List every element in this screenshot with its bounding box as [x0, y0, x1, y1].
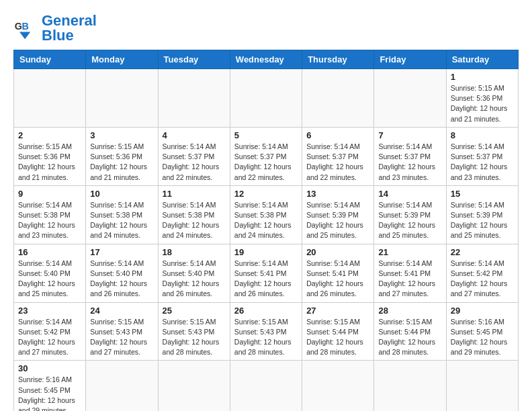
day-number: 3	[90, 130, 153, 140]
day-number: 20	[306, 247, 369, 257]
day-info: Sunrise: 5:14 AM Sunset: 5:37 PM Dayligh…	[163, 142, 226, 183]
calendar-cell: 22Sunrise: 5:14 AM Sunset: 5:42 PM Dayli…	[446, 244, 518, 302]
day-info: Sunrise: 5:15 AM Sunset: 5:43 PM Dayligh…	[234, 317, 298, 358]
day-number: 12	[234, 189, 298, 199]
day-info: Sunrise: 5:15 AM Sunset: 5:43 PM Dayligh…	[163, 317, 226, 358]
calendar-cell	[158, 361, 230, 411]
calendar-week-row: 2Sunrise: 5:15 AM Sunset: 5:36 PM Daylig…	[14, 127, 519, 185]
day-info: Sunrise: 5:14 AM Sunset: 5:39 PM Dayligh…	[306, 200, 369, 241]
calendar-cell	[374, 361, 446, 411]
day-number: 4	[163, 130, 226, 140]
day-number: 21	[378, 247, 441, 257]
calendar-cell: 12Sunrise: 5:14 AM Sunset: 5:38 PM Dayli…	[230, 185, 302, 244]
col-header-wednesday: Wednesday	[230, 50, 302, 69]
calendar-cell	[158, 69, 230, 128]
day-info: Sunrise: 5:14 AM Sunset: 5:38 PM Dayligh…	[234, 200, 298, 241]
calendar-cell: 26Sunrise: 5:15 AM Sunset: 5:43 PM Dayli…	[230, 302, 302, 361]
calendar-cell: 3Sunrise: 5:15 AM Sunset: 5:36 PM Daylig…	[86, 127, 158, 185]
calendar-cell	[230, 361, 302, 411]
day-info: Sunrise: 5:14 AM Sunset: 5:42 PM Dayligh…	[451, 259, 514, 300]
day-number: 22	[451, 247, 514, 257]
calendar-cell: 13Sunrise: 5:14 AM Sunset: 5:39 PM Dayli…	[302, 185, 374, 244]
day-number: 26	[234, 306, 298, 316]
day-number: 8	[451, 130, 514, 140]
day-info: Sunrise: 5:14 AM Sunset: 5:41 PM Dayligh…	[306, 259, 369, 300]
day-info: Sunrise: 5:14 AM Sunset: 5:39 PM Dayligh…	[378, 200, 441, 241]
day-number: 19	[234, 247, 298, 257]
day-number: 28	[378, 306, 441, 316]
day-number: 10	[90, 189, 153, 199]
day-number: 13	[306, 189, 369, 199]
day-info: Sunrise: 5:14 AM Sunset: 5:37 PM Dayligh…	[234, 142, 298, 183]
day-number: 30	[18, 363, 81, 373]
calendar-cell: 25Sunrise: 5:15 AM Sunset: 5:43 PM Dayli…	[158, 302, 230, 361]
day-info: Sunrise: 5:15 AM Sunset: 5:44 PM Dayligh…	[306, 317, 369, 358]
day-info: Sunrise: 5:14 AM Sunset: 5:40 PM Dayligh…	[18, 259, 81, 300]
day-info: Sunrise: 5:14 AM Sunset: 5:37 PM Dayligh…	[451, 142, 514, 183]
col-header-saturday: Saturday	[446, 50, 518, 69]
calendar-cell: 30Sunrise: 5:16 AM Sunset: 5:45 PM Dayli…	[14, 361, 86, 411]
calendar-cell: 6Sunrise: 5:14 AM Sunset: 5:37 PM Daylig…	[302, 127, 374, 185]
calendar-cell: 16Sunrise: 5:14 AM Sunset: 5:40 PM Dayli…	[14, 244, 86, 302]
calendar-cell: 29Sunrise: 5:16 AM Sunset: 5:45 PM Dayli…	[446, 302, 518, 361]
calendar-table: SundayMondayTuesdayWednesdayThursdayFrid…	[13, 50, 519, 411]
calendar-cell: 28Sunrise: 5:15 AM Sunset: 5:44 PM Dayli…	[374, 302, 446, 361]
col-header-tuesday: Tuesday	[158, 50, 230, 69]
calendar-header-row: SundayMondayTuesdayWednesdayThursdayFrid…	[14, 50, 519, 69]
logo-icon: G B	[13, 16, 38, 40]
col-header-monday: Monday	[86, 50, 158, 69]
calendar-cell: 24Sunrise: 5:15 AM Sunset: 5:43 PM Dayli…	[86, 302, 158, 361]
calendar-cell	[14, 69, 86, 128]
calendar-cell: 9Sunrise: 5:14 AM Sunset: 5:38 PM Daylig…	[14, 185, 86, 244]
calendar-week-row: 1Sunrise: 5:15 AM Sunset: 5:36 PM Daylig…	[14, 69, 519, 128]
col-header-friday: Friday	[374, 50, 446, 69]
day-number: 27	[306, 306, 369, 316]
calendar-body: 1Sunrise: 5:15 AM Sunset: 5:36 PM Daylig…	[14, 69, 519, 412]
svg-text:G: G	[15, 21, 22, 32]
calendar-cell	[374, 69, 446, 128]
day-number: 17	[90, 247, 153, 257]
calendar-week-row: 23Sunrise: 5:14 AM Sunset: 5:42 PM Dayli…	[14, 302, 519, 361]
day-number: 14	[378, 189, 441, 199]
calendar-cell: 2Sunrise: 5:15 AM Sunset: 5:36 PM Daylig…	[14, 127, 86, 185]
col-header-thursday: Thursday	[302, 50, 374, 69]
page-header: G B GeneralBlue	[13, 13, 519, 43]
day-number: 15	[451, 189, 514, 199]
calendar-cell: 17Sunrise: 5:14 AM Sunset: 5:40 PM Dayli…	[86, 244, 158, 302]
logo: G B GeneralBlue	[13, 13, 97, 43]
day-info: Sunrise: 5:15 AM Sunset: 5:43 PM Dayligh…	[90, 317, 153, 358]
logo-text: GeneralBlue	[42, 13, 97, 43]
calendar-cell: 5Sunrise: 5:14 AM Sunset: 5:37 PM Daylig…	[230, 127, 302, 185]
day-info: Sunrise: 5:14 AM Sunset: 5:41 PM Dayligh…	[378, 259, 441, 300]
svg-text:B: B	[22, 21, 29, 32]
calendar-cell: 20Sunrise: 5:14 AM Sunset: 5:41 PM Dayli…	[302, 244, 374, 302]
day-number: 6	[306, 130, 369, 140]
calendar-cell	[302, 69, 374, 128]
day-number: 18	[163, 247, 226, 257]
day-info: Sunrise: 5:15 AM Sunset: 5:44 PM Dayligh…	[378, 317, 441, 358]
calendar-cell: 7Sunrise: 5:14 AM Sunset: 5:37 PM Daylig…	[374, 127, 446, 185]
calendar-cell: 14Sunrise: 5:14 AM Sunset: 5:39 PM Dayli…	[374, 185, 446, 244]
day-number: 1	[451, 72, 514, 82]
day-info: Sunrise: 5:16 AM Sunset: 5:45 PM Dayligh…	[451, 317, 514, 358]
calendar-cell: 8Sunrise: 5:14 AM Sunset: 5:37 PM Daylig…	[446, 127, 518, 185]
day-number: 9	[18, 189, 81, 199]
col-header-sunday: Sunday	[14, 50, 86, 69]
calendar-week-row: 30Sunrise: 5:16 AM Sunset: 5:45 PM Dayli…	[14, 361, 519, 411]
day-info: Sunrise: 5:16 AM Sunset: 5:45 PM Dayligh…	[18, 375, 81, 411]
calendar-cell	[86, 361, 158, 411]
day-info: Sunrise: 5:14 AM Sunset: 5:38 PM Dayligh…	[90, 200, 153, 241]
day-info: Sunrise: 5:14 AM Sunset: 5:37 PM Dayligh…	[378, 142, 441, 183]
day-number: 16	[18, 247, 81, 257]
day-info: Sunrise: 5:14 AM Sunset: 5:41 PM Dayligh…	[234, 259, 298, 300]
calendar-week-row: 9Sunrise: 5:14 AM Sunset: 5:38 PM Daylig…	[14, 185, 519, 244]
calendar-cell: 15Sunrise: 5:14 AM Sunset: 5:39 PM Dayli…	[446, 185, 518, 244]
calendar-cell: 11Sunrise: 5:14 AM Sunset: 5:38 PM Dayli…	[158, 185, 230, 244]
calendar-cell: 19Sunrise: 5:14 AM Sunset: 5:41 PM Dayli…	[230, 244, 302, 302]
day-number: 5	[234, 130, 298, 140]
day-info: Sunrise: 5:15 AM Sunset: 5:36 PM Dayligh…	[90, 142, 153, 183]
day-number: 11	[163, 189, 226, 199]
calendar-cell	[230, 69, 302, 128]
calendar-cell	[302, 361, 374, 411]
day-info: Sunrise: 5:15 AM Sunset: 5:36 PM Dayligh…	[451, 83, 514, 124]
